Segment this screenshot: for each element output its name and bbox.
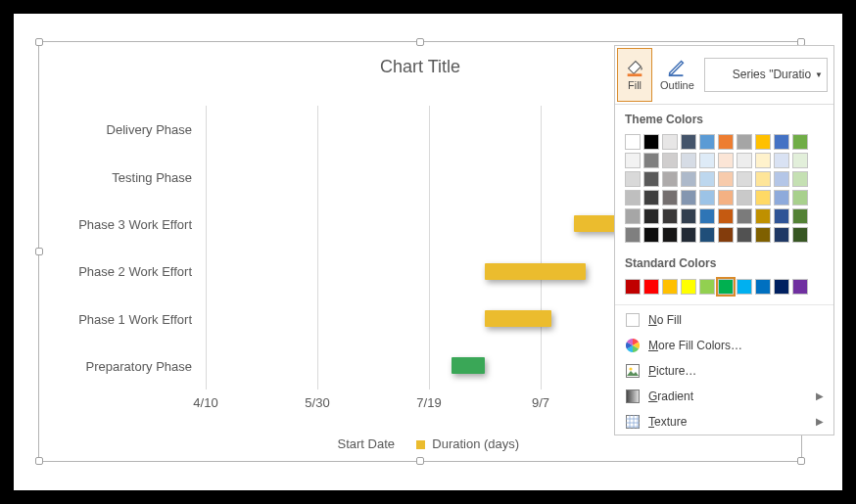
theme-color-swatch[interactable] (718, 190, 734, 206)
theme-color-swatch[interactable] (643, 190, 659, 206)
theme-color-swatch[interactable] (755, 227, 771, 243)
standard-color-swatch[interactable] (718, 279, 734, 295)
theme-color-swatch[interactable] (681, 190, 696, 206)
svg-rect-0 (628, 74, 642, 77)
theme-color-swatch[interactable] (774, 190, 789, 206)
theme-color-swatch[interactable] (755, 171, 771, 187)
picture-fill-item[interactable]: Picture… (615, 358, 833, 384)
theme-color-swatch[interactable] (774, 227, 789, 243)
standard-color-swatch[interactable] (643, 279, 659, 295)
submenu-arrow-icon: ▶ (816, 390, 824, 402)
theme-color-swatch[interactable] (662, 227, 678, 243)
standard-color-swatch[interactable] (755, 279, 771, 295)
theme-color-swatch[interactable] (737, 134, 752, 150)
theme-color-swatch[interactable] (643, 208, 659, 224)
gradient-fill-item[interactable]: Gradient ▶ (615, 384, 833, 409)
resize-handle-n[interactable] (416, 38, 424, 46)
texture-icon (625, 414, 641, 430)
theme-color-swatch[interactable] (755, 208, 771, 224)
theme-color-swatch[interactable] (699, 153, 715, 168)
theme-color-swatch[interactable] (792, 134, 808, 150)
theme-color-swatch[interactable] (755, 190, 771, 206)
theme-color-swatch[interactable] (662, 190, 678, 206)
theme-color-swatch[interactable] (737, 171, 752, 187)
theme-color-swatch[interactable] (774, 171, 789, 187)
theme-color-swatch[interactable] (662, 153, 678, 168)
resize-handle-se[interactable] (797, 457, 805, 465)
theme-color-swatch[interactable] (718, 134, 734, 150)
outline-button[interactable]: Outline (654, 46, 700, 104)
texture-fill-item[interactable]: Texture ▶ (615, 409, 833, 435)
resize-handle-s[interactable] (416, 457, 424, 465)
theme-color-swatch[interactable] (737, 227, 752, 243)
format-mini-toolbar: Fill Outline Series "Duratio ▼ Theme Col… (614, 45, 834, 435)
theme-color-swatch[interactable] (755, 153, 771, 168)
theme-color-swatch[interactable] (718, 171, 734, 187)
gantt-bar[interactable] (452, 357, 485, 374)
theme-color-swatch[interactable] (625, 171, 641, 187)
theme-color-swatch[interactable] (699, 171, 715, 187)
theme-color-swatch[interactable] (662, 208, 678, 224)
fill-button[interactable]: Fill (617, 48, 652, 102)
theme-color-swatch[interactable] (662, 134, 678, 150)
theme-color-swatch[interactable] (681, 171, 696, 187)
theme-color-swatch[interactable] (699, 227, 715, 243)
gridline (206, 106, 207, 389)
picture-label: icture… (656, 364, 696, 378)
theme-color-swatch[interactable] (737, 153, 752, 168)
gantt-bar[interactable] (485, 263, 586, 280)
theme-color-swatch[interactable] (643, 134, 659, 150)
theme-color-swatch[interactable] (643, 171, 659, 187)
theme-color-swatch[interactable] (625, 208, 641, 224)
theme-color-swatch[interactable] (662, 171, 678, 187)
theme-color-swatch[interactable] (718, 153, 734, 168)
theme-color-swatch[interactable] (792, 171, 808, 187)
theme-color-swatch[interactable] (718, 227, 734, 243)
legend-swatch-duration (416, 440, 425, 449)
standard-color-swatch[interactable] (792, 279, 808, 295)
standard-color-swatch[interactable] (662, 279, 678, 295)
standard-color-swatch[interactable] (737, 279, 752, 295)
theme-color-swatch[interactable] (774, 208, 789, 224)
theme-color-swatch[interactable] (643, 153, 659, 168)
resize-handle-nw[interactable] (35, 38, 43, 46)
y-category-label: Testing Phase (112, 169, 192, 184)
theme-color-swatch[interactable] (681, 134, 696, 150)
theme-color-swatch[interactable] (792, 153, 808, 168)
standard-color-swatch[interactable] (699, 279, 715, 295)
theme-color-swatch[interactable] (681, 208, 696, 224)
theme-color-swatch[interactable] (755, 134, 771, 150)
legend[interactable]: Start Date Duration (days) (39, 436, 801, 451)
theme-color-swatch[interactable] (643, 227, 659, 243)
no-fill-item[interactable]: No Fill (615, 307, 833, 333)
resize-handle-sw[interactable] (35, 457, 43, 465)
theme-color-swatch[interactable] (792, 227, 808, 243)
theme-color-swatch[interactable] (699, 134, 715, 150)
theme-color-swatch[interactable] (625, 227, 641, 243)
theme-color-swatch[interactable] (774, 134, 789, 150)
theme-color-swatch[interactable] (774, 153, 789, 168)
standard-color-swatch[interactable] (625, 279, 641, 295)
gantt-bar[interactable] (485, 310, 551, 327)
theme-color-swatch[interactable] (792, 190, 808, 206)
theme-color-swatch[interactable] (737, 208, 752, 224)
standard-color-swatch[interactable] (774, 279, 789, 295)
theme-color-swatch[interactable] (737, 190, 752, 206)
theme-color-swatch[interactable] (681, 153, 696, 168)
theme-color-swatch[interactable] (699, 208, 715, 224)
y-category-label: Phase 1 Work Effort (78, 311, 192, 326)
series-selector[interactable]: Series "Duratio ▼ (704, 58, 828, 92)
x-tick-label: 7/19 (416, 395, 441, 410)
standard-color-swatch[interactable] (681, 279, 696, 295)
theme-color-swatch[interactable] (625, 153, 641, 168)
legend-swatch-start-date (321, 440, 330, 449)
resize-handle-w[interactable] (35, 248, 43, 255)
theme-color-swatch[interactable] (681, 227, 696, 243)
theme-color-swatch[interactable] (718, 208, 734, 224)
theme-color-swatch[interactable] (792, 208, 808, 224)
theme-color-swatch[interactable] (625, 134, 641, 150)
worksheet: Chart Title 4/105/307/199/710/27Delivery… (14, 14, 842, 490)
theme-color-swatch[interactable] (699, 190, 715, 206)
more-fill-colors-item[interactable]: More Fill Colors… (615, 333, 833, 358)
theme-color-swatch[interactable] (625, 190, 641, 206)
